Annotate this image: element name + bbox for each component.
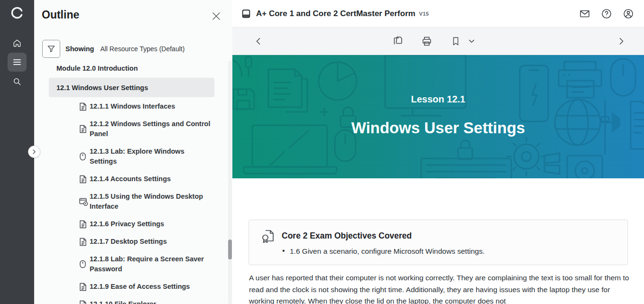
profile-button[interactable] xyxy=(622,8,635,20)
bookmark-button[interactable] xyxy=(451,36,461,46)
outline-item[interactable]: 12.1.7 Desktop Settings xyxy=(34,233,232,250)
printer-icon xyxy=(421,36,432,47)
home-icon xyxy=(12,38,22,48)
outline-item-label: 12.1.5 Using the Windows Desktop Interfa… xyxy=(90,192,211,212)
outline-item-label: 12.1.10 File Explorer xyxy=(90,299,156,304)
panel-expand-button[interactable] xyxy=(28,146,40,158)
copy-button[interactable] xyxy=(392,36,403,47)
document-icon xyxy=(79,238,90,246)
home-button[interactable] xyxy=(8,34,27,53)
outline-item[interactable]: 12.1.9 Ease of Access Settings xyxy=(34,278,232,295)
outline-item-label: 12.1.3 Lab: Explore Windows Settings xyxy=(90,147,211,166)
outline-module-header[interactable]: Module 12.0 Introduction xyxy=(56,64,138,72)
lab-mouse-icon xyxy=(79,260,90,268)
certificate-icon xyxy=(262,229,275,243)
filter-funnel-icon xyxy=(46,44,56,54)
document-icon xyxy=(79,125,90,133)
menu-icon xyxy=(13,58,21,66)
outline-menu-button[interactable] xyxy=(8,53,27,72)
course-header: A+ Core 1 and Core 2 CertMaster Perform … xyxy=(232,0,644,28)
outline-item[interactable]: 12.1.8 Lab: Require a Screen Saver Passw… xyxy=(34,250,232,278)
outline-item-label: 12.1.9 Ease of Access Settings xyxy=(90,282,190,292)
lesson-title: Windows User Settings xyxy=(232,119,644,137)
outline-item[interactable]: 12.1.3 Lab: Explore Windows Settings xyxy=(34,143,232,170)
objectives-list: 1.6 Given a scenario, configure Microsof… xyxy=(290,247,627,256)
document-icon xyxy=(79,283,90,291)
previous-page-button[interactable] xyxy=(255,37,262,45)
filter-value: All Resource Types (Default) xyxy=(100,45,184,53)
outline-scrollbar-thumb[interactable] xyxy=(228,240,232,259)
help-button[interactable] xyxy=(600,8,613,20)
envelope-icon xyxy=(579,8,590,19)
bookmark-group xyxy=(451,36,475,46)
outline-item-label: 12.1.2 Windows Settings and Control Pane… xyxy=(90,119,211,139)
objective-item: 1.6 Given a scenario, configure Microsof… xyxy=(290,247,627,256)
outline-list: 12.1.1 Windows Interfaces12.1.2 Windows … xyxy=(34,98,232,304)
outline-item[interactable]: 12.1.6 Privacy Settings xyxy=(34,215,232,233)
video-demo-icon xyxy=(79,198,90,206)
content-toolbar xyxy=(232,28,644,55)
bookmark-icon xyxy=(451,36,461,46)
close-icon xyxy=(212,11,221,21)
chevron-right-icon xyxy=(32,149,37,154)
outline-item-label: 12.1.4 Accounts Settings xyxy=(90,174,171,184)
bookmark-menu-button[interactable] xyxy=(469,38,475,44)
user-icon xyxy=(623,8,634,19)
document-icon xyxy=(79,300,90,304)
outline-item[interactable]: 12.1.4 Accounts Settings xyxy=(34,170,232,188)
messages-button[interactable] xyxy=(579,8,591,20)
book-icon xyxy=(241,9,251,19)
search-button[interactable] xyxy=(8,72,27,91)
outline-item[interactable]: 12.1.5 Using the Windows Desktop Interfa… xyxy=(34,188,232,215)
chevron-left-icon xyxy=(255,37,262,45)
lesson-banner: Lesson 12.1 Windows User Settings xyxy=(232,55,644,178)
filter-button[interactable] xyxy=(42,40,60,58)
outline-panel-title: Outline xyxy=(42,9,79,21)
comptia-logo xyxy=(10,6,24,19)
header-actions xyxy=(579,8,635,20)
print-button[interactable] xyxy=(421,36,432,47)
outline-scrollbar-track[interactable] xyxy=(228,61,232,304)
outline-item-selected[interactable]: 12.1 Windows User Settings xyxy=(49,78,214,97)
lesson-paragraph: A user has reported that their computer … xyxy=(249,272,634,304)
chevron-down-icon xyxy=(469,38,475,44)
tech-pattern-decoration xyxy=(232,55,644,178)
close-outline-button[interactable] xyxy=(210,10,222,22)
document-icon xyxy=(79,220,90,229)
lab-mouse-icon xyxy=(79,152,90,161)
outline-item-label: 12.1.1 Windows Interfaces xyxy=(90,101,175,111)
chevron-right-icon xyxy=(617,37,625,45)
outline-item[interactable]: 12.1.1 Windows Interfaces xyxy=(34,98,232,115)
copy-icon xyxy=(392,36,403,47)
objectives-title: Core 2 Exam Objectives Covered xyxy=(282,231,412,241)
filter-row: Showing All Resource Types (Default) xyxy=(42,40,184,58)
document-icon xyxy=(79,175,90,184)
outline-item[interactable]: 12.1.2 Windows Settings and Control Pane… xyxy=(34,115,232,143)
outline-item-label: 12.1.6 Privacy Settings xyxy=(90,219,164,229)
toolbar-center-group xyxy=(392,36,475,47)
outline-panel: Outline Showing All Resource Types (Defa… xyxy=(34,0,232,304)
filter-showing-label: Showing xyxy=(65,45,94,53)
course-version: V15 xyxy=(419,11,429,17)
course-title: A+ Core 1 and Core 2 CertMaster Perform xyxy=(256,9,415,18)
outline-item[interactable]: 12.1.10 File Explorer xyxy=(34,295,232,304)
exam-objectives-box: Core 2 Exam Objectives Covered 1.6 Given… xyxy=(248,220,628,265)
lesson-number: Lesson 12.1 xyxy=(232,94,644,105)
outline-item-label: 12.1.8 Lab: Require a Screen Saver Passw… xyxy=(90,254,211,274)
help-icon xyxy=(601,8,612,19)
search-icon xyxy=(12,77,22,86)
app-window: Outline Showing All Resource Types (Defa… xyxy=(0,0,644,304)
outline-item-label: 12.1.7 Desktop Settings xyxy=(90,237,167,247)
outline-item-label: 12.1 Windows User Settings xyxy=(56,84,148,92)
main-content: A+ Core 1 and Core 2 CertMaster Perform … xyxy=(232,0,644,304)
document-icon xyxy=(79,102,90,111)
next-page-button[interactable] xyxy=(617,37,625,45)
